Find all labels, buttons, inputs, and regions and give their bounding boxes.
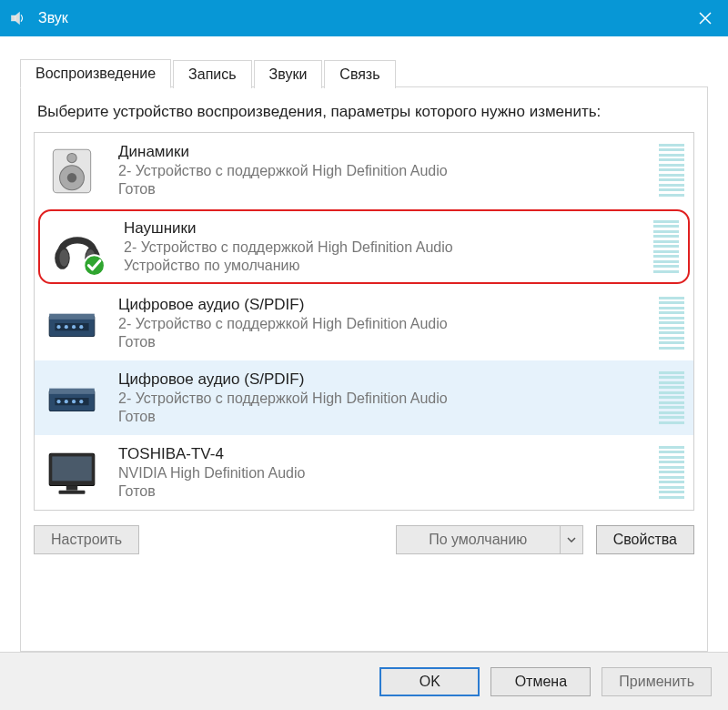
- device-text: TOSHIBA-TV-4 NVIDIA High Definition Audi…: [118, 444, 650, 500]
- device-row[interactable]: Динамики 2- Устройство с поддержкой High…: [35, 133, 693, 208]
- device-title: Динамики: [118, 142, 650, 161]
- device-row[interactable]: Наушники 2- Устройство с поддержкой High…: [38, 209, 690, 284]
- ok-button[interactable]: OK: [379, 667, 480, 696]
- device-status: Устройство по умолчанию: [124, 257, 644, 275]
- window-title: Звук: [38, 10, 682, 26]
- device-text: Динамики 2- Устройство с поддержкой High…: [118, 142, 650, 198]
- device-row[interactable]: TOSHIBA-TV-4 NVIDIA High Definition Audi…: [35, 435, 693, 510]
- tabstrip: Воспроизведение Запись Звуки Связь: [20, 58, 708, 87]
- svg-point-24: [79, 400, 83, 403]
- device-title: TOSHIBA-TV-4: [118, 444, 650, 463]
- svg-point-5: [67, 153, 76, 162]
- tab-sounds[interactable]: Звуки: [254, 60, 323, 88]
- set-default-button[interactable]: По умолчанию: [396, 525, 560, 554]
- device-row[interactable]: Цифровое аудио (S/PDIF) 2- Устройство с …: [35, 360, 693, 435]
- device-text: Наушники 2- Устройство с поддержкой High…: [124, 218, 644, 274]
- device-title: Наушники: [124, 218, 644, 238]
- device-sub: 2- Устройство с поддержкой High Definiti…: [118, 315, 650, 333]
- sound-dialog: Звук Воспроизведение Запись Звуки Связь …: [0, 0, 728, 710]
- svg-rect-28: [59, 491, 86, 494]
- titlebar: Звук: [0, 0, 728, 36]
- tab-playback[interactable]: Воспроизведение: [20, 59, 171, 88]
- level-meter: [659, 144, 684, 197]
- svg-point-21: [56, 400, 60, 403]
- svg-rect-0: [12, 15, 16, 21]
- chevron-down-icon: [567, 537, 576, 543]
- set-default-dropdown[interactable]: По умолчанию: [396, 525, 583, 554]
- panel-buttons: Настроить По умолчанию Свойства: [34, 525, 694, 554]
- tab-panel-playback: Выберите устройство воспроизведения, пар…: [20, 86, 708, 652]
- tab-communications[interactable]: Связь: [324, 60, 395, 88]
- tab-recording[interactable]: Запись: [173, 60, 252, 88]
- level-meter: [653, 220, 679, 273]
- svg-point-22: [65, 400, 68, 403]
- svg-marker-1: [15, 12, 20, 25]
- cancel-button[interactable]: Отмена: [490, 667, 591, 696]
- device-list: Динамики 2- Устройство с поддержкой High…: [34, 132, 694, 511]
- svg-rect-19: [49, 389, 95, 394]
- properties-button[interactable]: Свойства: [596, 525, 694, 554]
- spdif-icon: [44, 370, 100, 426]
- speaker-icon: [44, 142, 100, 198]
- device-status: Готов: [118, 333, 650, 351]
- svg-rect-12: [49, 314, 95, 320]
- svg-point-14: [56, 325, 60, 329]
- svg-point-23: [72, 400, 76, 403]
- close-button[interactable]: [682, 0, 728, 36]
- device-row[interactable]: Цифровое аудио (S/PDIF) 2- Устройство с …: [35, 286, 693, 360]
- instruction-text: Выберите устройство воспроизведения, пар…: [37, 102, 691, 123]
- device-sub: NVIDIA High Definition Audio: [118, 464, 650, 482]
- sound-app-icon: [9, 9, 27, 27]
- svg-point-4: [67, 173, 76, 182]
- set-default-caret[interactable]: [560, 525, 583, 554]
- device-status: Готов: [118, 180, 650, 198]
- dialog-body: Воспроизведение Запись Звуки Связь Выбер…: [0, 36, 728, 652]
- level-meter: [659, 446, 684, 499]
- level-meter: [659, 297, 684, 350]
- device-sub: 2- Устройство с поддержкой High Definiti…: [118, 390, 650, 408]
- svg-point-15: [65, 325, 68, 329]
- spdif-icon: [44, 295, 100, 351]
- device-title: Цифровое аудио (S/PDIF): [118, 295, 650, 314]
- svg-point-16: [72, 325, 76, 329]
- headphones-icon: [49, 218, 106, 275]
- device-sub: 2- Устройство с поддержкой High Definiti…: [118, 162, 650, 180]
- configure-button[interactable]: Настроить: [34, 525, 139, 554]
- tv-icon: [44, 444, 100, 501]
- device-text: Цифровое аудио (S/PDIF) 2- Устройство с …: [118, 370, 650, 425]
- apply-button[interactable]: Применить: [602, 667, 712, 696]
- device-status: Готов: [118, 408, 650, 426]
- device-sub: 2- Устройство с поддержкой High Definiti…: [124, 238, 644, 257]
- svg-rect-26: [52, 456, 91, 481]
- level-meter: [659, 371, 684, 424]
- device-title: Цифровое аудио (S/PDIF): [118, 370, 650, 389]
- svg-rect-27: [66, 485, 77, 490]
- device-text: Цифровое аудио (S/PDIF) 2- Устройство с …: [118, 295, 650, 350]
- svg-point-17: [79, 325, 83, 329]
- svg-point-8: [59, 249, 68, 267]
- device-status: Готов: [118, 482, 650, 501]
- dialog-footer: OK Отмена Применить: [0, 652, 728, 710]
